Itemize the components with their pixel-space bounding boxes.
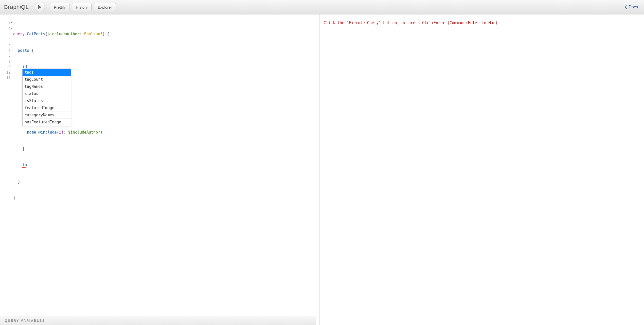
chevron-left-icon [625,5,627,9]
token-bang: ! [100,32,102,36]
token-opname: GetPosts [27,32,45,36]
token-brace: { [31,48,34,53]
line-number: 6 [0,48,11,54]
play-icon [38,5,42,9]
token-brace: } [22,147,25,151]
token-variable: $includeAuthor [47,32,79,36]
docs-label: Docs [629,5,638,9]
line-number: 4 [0,37,11,43]
result-pane: Click the "Execute Query" button, or pre… [319,14,644,325]
query-pane: 1234567891011 query GetPosts($includeAut… [0,14,316,325]
code-content[interactable]: query GetPosts($includeAuthor: Boolean!)… [12,14,316,316]
autocomplete-item[interactable]: categoryNames [23,111,71,119]
autocomplete-item[interactable]: isStatus [23,97,71,104]
line-number: 2 [0,26,11,32]
query-editor[interactable]: 1234567891011 query GetPosts($includeAut… [0,14,316,316]
history-button[interactable]: History [72,3,92,11]
logo-text-prefix: Graph [4,4,20,10]
app-logo: GraphiQL [4,4,29,10]
token-directive: @include [38,130,57,135]
execute-button[interactable] [35,2,45,12]
line-number: 1 [0,21,11,26]
topbar-divider [620,0,620,14]
token-field: name [27,130,36,135]
token-variable: $includeAuthor [68,130,100,135]
line-number: 8 [0,59,11,64]
prettify-button[interactable]: Prettify [50,3,69,11]
token-brace: } [13,196,15,200]
token-brace: { [107,32,109,36]
autocomplete-item[interactable]: tagNames [23,83,71,90]
autocomplete-popup[interactable]: tagstagCounttagNamesstatusisStatusfeatur… [22,69,71,126]
query-variables-label: QUERY VARIABLES [5,319,45,322]
autocomplete-item[interactable]: status [23,90,71,97]
token-partial-error: ta [22,163,27,167]
docs-toggle[interactable]: Docs [625,5,640,9]
query-variables-bar[interactable]: QUERY VARIABLES [0,316,316,325]
autocomplete-item[interactable]: featuredImage [23,104,71,111]
line-number: 10 [0,70,11,75]
token-brace: } [18,179,20,184]
line-number: 11 [0,75,11,81]
autocomplete-item[interactable]: hasFeaturedImage [23,119,71,126]
autocomplete-item[interactable]: tags [23,69,71,76]
workspace: 1234567891011 query GetPosts($includeAut… [0,14,644,325]
topbar: GraphiQL Prettify History Explorer Docs [0,0,644,14]
split-handle[interactable] [316,14,319,325]
token-field: posts [18,48,29,53]
autocomplete-item[interactable]: tagCount [23,76,71,83]
result-placeholder: Click the "Execute Query" button, or pre… [324,21,640,25]
line-number: 3 [0,31,11,37]
explorer-button[interactable]: Explorer [94,3,116,11]
token-type: Boolean [84,32,100,36]
line-number: 9 [0,64,11,70]
line-number: 7 [0,53,11,59]
logo-text-suffix: QL [21,4,29,10]
token-arg: if [59,130,64,135]
line-number: 5 [0,42,11,48]
token-keyword: query [13,32,25,36]
line-gutter: 1234567891011 [0,14,12,316]
